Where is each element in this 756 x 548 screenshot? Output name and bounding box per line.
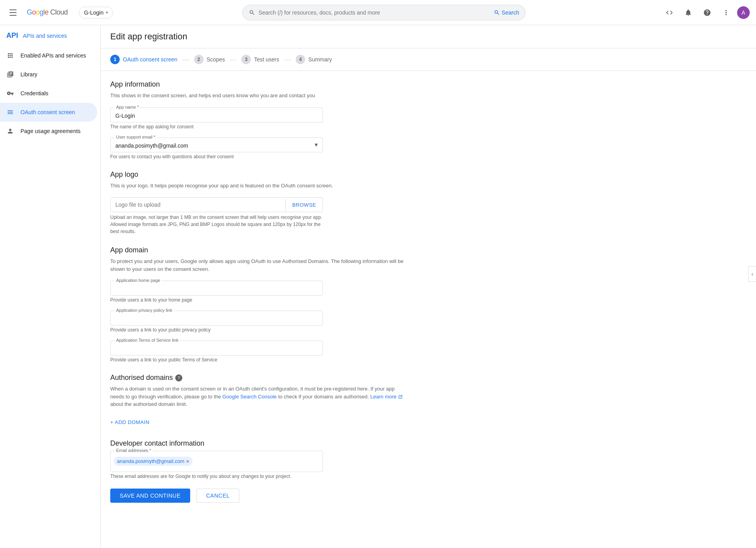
terms-of-service-wrapper: Application Terms of Service link — [110, 341, 323, 355]
user-support-email-label: User support email * — [115, 135, 157, 139]
app-layout: API APIs and services Enabled APIs and s… — [0, 25, 756, 548]
app-information-desc: This shows in the consent screen, and he… — [110, 92, 406, 100]
cancel-button[interactable]: CANCEL — [196, 489, 240, 503]
help-question-icon[interactable]: ? — [175, 374, 182, 381]
sidebar: API APIs and services Enabled APIs and s… — [0, 25, 101, 548]
privacy-policy-label: Application privacy policy link — [115, 308, 174, 313]
search-icon — [249, 9, 255, 16]
sidebar-item-library[interactable]: Library — [0, 65, 97, 84]
notifications-button[interactable] — [680, 5, 696, 20]
sidebar-item-page-usage[interactable]: Page usage agreements — [0, 122, 97, 141]
step-2[interactable]: 2 Scopes — [194, 55, 225, 64]
user-support-email-hint: For users to contact you with questions … — [110, 154, 323, 159]
search-button-label: Search — [502, 9, 519, 16]
cloud-shell-button[interactable] — [662, 5, 677, 20]
terms-of-service-hint: Provide users a link to your public Term… — [110, 357, 323, 363]
step-4[interactable]: 4 Summary — [296, 55, 332, 64]
step-4-circle: 4 — [296, 55, 305, 64]
terms-of-service-label: Application Terms of Service link — [115, 338, 180, 342]
sidebar-item-enabled-apis[interactable]: Enabled APIs and services — [0, 46, 97, 65]
add-domain-button[interactable]: + ADD DOMAIN — [110, 416, 150, 428]
domain-desc-middle: to check if your domains are authorised. — [277, 394, 371, 400]
avatar[interactable]: A — [737, 6, 750, 19]
terms-of-service-group: Application Terms of Service link Provid… — [110, 341, 323, 363]
authorised-domains-title: Authorised domains — [110, 374, 173, 382]
authorised-domains-section: Authorised domains ? When a domain is us… — [110, 374, 406, 428]
sidebar-item-label-library: Library — [20, 71, 37, 78]
sidebar-item-credentials[interactable]: Credentials — [0, 84, 97, 103]
upload-hint: Upload an image, not larger than 1 MB on… — [110, 214, 323, 235]
help-icon — [703, 9, 711, 17]
chip-remove-button[interactable]: × — [186, 459, 189, 464]
navbar-center: Search — [113, 5, 655, 20]
select-arrow-icon: ▾ — [315, 141, 318, 148]
help-button[interactable] — [699, 5, 715, 20]
step-1[interactable]: 1 OAuth consent screen — [110, 55, 178, 64]
logo-upload-group: BROWSE Upload an image, not larger than … — [110, 197, 323, 235]
cloud-shell-icon — [665, 9, 673, 17]
save-continue-button[interactable]: SAVE AND CONTINUE — [110, 489, 190, 503]
learn-more-link[interactable]: Learn more — [371, 394, 397, 400]
home-page-wrapper: Application home page — [110, 281, 323, 296]
library-icon — [6, 70, 14, 78]
sidebar-item-label-credentials: Credentials — [20, 90, 48, 96]
step-2-label: Scopes — [207, 56, 225, 63]
app-domain-desc: To protect you and your users, Google on… — [110, 257, 406, 273]
search-input[interactable] — [258, 9, 491, 16]
email-addresses-label: Email addresses * — [115, 448, 153, 453]
app-name-group: App name * The name of the app asking fo… — [110, 107, 323, 130]
hamburger-menu-button[interactable] — [6, 5, 22, 20]
home-page-hint: Provide users a link to your home page — [110, 297, 323, 303]
privacy-policy-hint: Provide users a link to your public priv… — [110, 327, 323, 333]
search-btn-icon — [494, 9, 500, 16]
step-1-label: OAuth consent screen — [123, 56, 178, 63]
domain-title-row: Authorised domains ? — [110, 374, 406, 382]
terms-of-service-input[interactable] — [115, 344, 318, 352]
more-options-button[interactable] — [718, 5, 734, 20]
domain-desc-end: about the authorised domain limit. — [110, 401, 187, 407]
sidebar-item-label-oauth: OAuth consent screen — [20, 109, 75, 115]
notifications-icon — [684, 9, 692, 17]
sidebar-item-oauth-consent[interactable]: OAuth consent screen — [0, 103, 97, 122]
sidebar-item-label-enabled-apis: Enabled APIs and services — [20, 52, 86, 59]
app-domain-section: App domain To protect you and your users… — [110, 246, 406, 363]
email-chips-container: ananda.posimyth@gmail.com × — [114, 453, 319, 470]
step-3-label: Test users — [254, 56, 279, 63]
divider-1: — — [182, 56, 189, 64]
logo-upload-wrapper: BROWSE — [110, 197, 323, 212]
project-selector[interactable]: G-Login ▾ — [79, 7, 113, 19]
divider-3: — — [284, 56, 291, 64]
divider-2: — — [230, 56, 237, 64]
home-page-label: Application home page — [115, 278, 162, 283]
home-page-input[interactable] — [115, 284, 318, 292]
app-name-hint: The name of the app asking for consent — [110, 124, 323, 130]
app-logo-title: App logo — [110, 170, 406, 179]
api-icon: API — [6, 31, 18, 40]
search-button[interactable]: Search — [494, 9, 519, 16]
logo-file-input[interactable] — [111, 198, 285, 212]
email-addresses-hint: These email addresses are for Google to … — [110, 474, 323, 479]
google-search-console-link[interactable]: Google Search Console — [222, 394, 277, 400]
authorised-domains-desc: When a domain is used on the consent scr… — [110, 385, 406, 408]
user-support-email-select[interactable]: ananda.posimyth@gmail.com — [115, 141, 315, 149]
step-4-label: Summary — [308, 56, 332, 63]
grid-icon — [6, 52, 14, 59]
app-logo-section: App logo This is your logo. It helps peo… — [110, 170, 406, 235]
collapse-sidebar-button[interactable]: ‹ — [748, 266, 756, 282]
app-name-input[interactable] — [115, 111, 318, 119]
sidebar-header: API APIs and services — [0, 28, 100, 46]
app-name-label: App name * — [115, 105, 140, 109]
page-header: Edit app registration — [101, 25, 756, 48]
privacy-policy-input[interactable] — [115, 314, 318, 322]
navbar-left: Google Cloud G-Login ▾ — [6, 5, 113, 20]
sidebar-item-label-page-usage: Page usage agreements — [20, 128, 81, 134]
privacy-policy-wrapper: Application privacy policy link — [110, 311, 323, 326]
step-3[interactable]: 3 Test users — [241, 55, 279, 64]
step-1-circle: 1 — [110, 55, 120, 64]
action-buttons: SAVE AND CONTINUE CANCEL — [110, 489, 406, 515]
browse-button[interactable]: BROWSE — [285, 199, 322, 211]
user-support-email-select-wrapper: ananda.posimyth@gmail.com ▾ — [115, 141, 318, 149]
privacy-policy-group: Application privacy policy link Provide … — [110, 311, 323, 333]
stepper: 1 OAuth consent screen — 2 Scopes — 3 Te… — [101, 48, 756, 71]
credentials-icon — [6, 89, 14, 97]
